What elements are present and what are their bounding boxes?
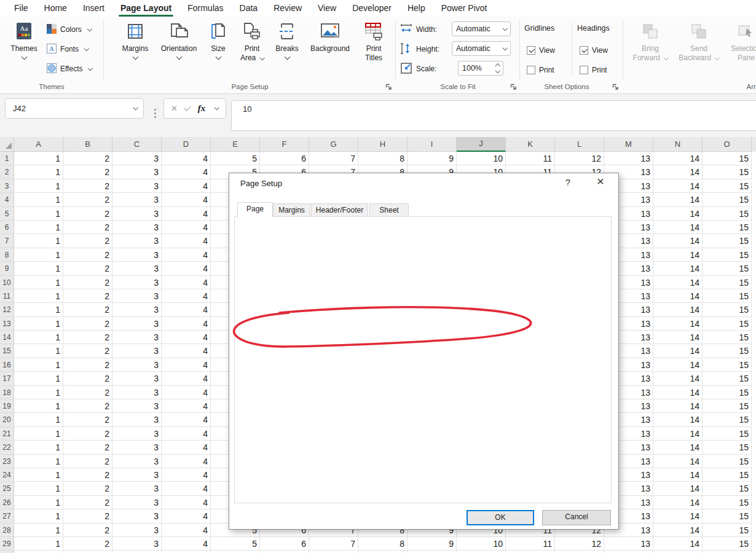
cell-N10[interactable]: 14: [653, 276, 703, 289]
cell-O4[interactable]: 15: [703, 193, 752, 206]
cell-O17[interactable]: 15: [703, 372, 752, 385]
ok-button[interactable]: OK: [467, 510, 534, 525]
cell-C13[interactable]: 3: [112, 317, 162, 331]
cell-B23[interactable]: 2: [63, 455, 112, 468]
column-header-N[interactable]: N: [653, 137, 703, 152]
cell-C16[interactable]: 3: [112, 358, 162, 372]
row-header-22[interactable]: 22: [0, 441, 14, 454]
cell-C12[interactable]: 3: [112, 303, 162, 316]
cell-A16[interactable]: 1: [14, 358, 63, 372]
cell-D23[interactable]: 4: [162, 455, 211, 468]
cell-D15[interactable]: 4: [162, 344, 211, 358]
cell-N18[interactable]: 14: [653, 386, 703, 399]
cell-G30[interactable]: 7: [309, 551, 358, 553]
size-button[interactable]: Size: [204, 18, 232, 59]
cell-B13[interactable]: 2: [63, 317, 112, 331]
cell-C22[interactable]: 3: [112, 441, 162, 454]
menu-tab-power-pivot[interactable]: Power Pivot: [433, 0, 495, 17]
cell-D3[interactable]: 4: [162, 179, 211, 193]
row-header-7[interactable]: 7: [0, 234, 14, 248]
row-header-12[interactable]: 12: [0, 303, 14, 316]
cell-D28[interactable]: 4: [162, 524, 211, 537]
cell-A8[interactable]: 1: [14, 248, 63, 262]
cell-C18[interactable]: 3: [112, 386, 162, 399]
cell-G1[interactable]: 7: [309, 152, 358, 165]
cell-C20[interactable]: 3: [112, 413, 162, 426]
cell-D30[interactable]: 4: [162, 551, 211, 553]
cell-N9[interactable]: 14: [653, 262, 703, 275]
cell-O30[interactable]: 15: [703, 551, 752, 553]
menu-tab-help[interactable]: Help: [400, 0, 433, 17]
cell-C30[interactable]: 3: [112, 551, 162, 553]
row-header-27[interactable]: 27: [0, 509, 14, 523]
cell-A14[interactable]: 1: [14, 331, 63, 344]
cell-N28[interactable]: 14: [653, 524, 703, 537]
cell-D17[interactable]: 4: [162, 372, 211, 385]
cell-N20[interactable]: 14: [653, 413, 703, 426]
cell-N16[interactable]: 14: [653, 358, 703, 372]
selection-pane-button[interactable]: Selection Pane: [725, 18, 756, 63]
cell-G29[interactable]: 7: [309, 537, 358, 551]
cell-N26[interactable]: 14: [653, 496, 703, 509]
cell-N7[interactable]: 14: [653, 234, 703, 248]
cell-B26[interactable]: 2: [63, 496, 112, 509]
cell-A30[interactable]: 1: [14, 551, 63, 553]
cell-B4[interactable]: 2: [63, 193, 112, 206]
row-header-2[interactable]: 2: [0, 165, 14, 179]
gridlines-print-checkbox[interactable]: [527, 66, 535, 74]
menu-tab-file[interactable]: File: [6, 0, 36, 17]
menu-tab-review[interactable]: Review: [266, 0, 310, 17]
menu-tab-insert[interactable]: Insert: [75, 0, 112, 17]
cell-J30[interactable]: 10: [457, 551, 506, 553]
themes-button[interactable]: Aa Themes: [5, 18, 43, 59]
cell-N6[interactable]: 14: [653, 221, 703, 234]
cell-B21[interactable]: 2: [63, 427, 112, 441]
row-header-20[interactable]: 20: [0, 413, 14, 426]
row-header-16[interactable]: 16: [0, 358, 14, 372]
cell-F30[interactable]: 6: [260, 551, 309, 553]
cell-B29[interactable]: 2: [63, 537, 112, 551]
select-all-corner[interactable]: [0, 137, 14, 152]
sheet-options-dialog-launcher[interactable]: [612, 82, 620, 90]
cell-N19[interactable]: 14: [653, 399, 703, 413]
tab-margins[interactable]: Margins: [273, 203, 310, 217]
cell-D7[interactable]: 4: [162, 234, 211, 248]
row-header-25[interactable]: 25: [0, 482, 14, 495]
cell-B30[interactable]: 2: [63, 551, 112, 553]
cell-C26[interactable]: 3: [112, 496, 162, 509]
cell-K30[interactable]: 11: [506, 551, 555, 553]
cell-N11[interactable]: 14: [653, 289, 703, 303]
cell-N4[interactable]: 14: [653, 193, 703, 206]
scale-to-fit-dialog-launcher[interactable]: [510, 82, 518, 90]
cell-C9[interactable]: 3: [112, 262, 162, 275]
cell-A29[interactable]: 1: [14, 537, 63, 551]
cell-C10[interactable]: 3: [112, 276, 162, 289]
cell-C8[interactable]: 3: [112, 248, 162, 262]
cell-D2[interactable]: 4: [162, 165, 211, 179]
cell-A6[interactable]: 1: [14, 221, 63, 234]
page-setup-dialog-launcher[interactable]: [385, 82, 393, 90]
cell-B8[interactable]: 2: [63, 248, 112, 262]
height-dropdown[interactable]: Automatic: [452, 41, 511, 56]
column-header-G[interactable]: G: [309, 137, 358, 152]
cell-B14[interactable]: 2: [63, 331, 112, 344]
cell-C6[interactable]: 3: [112, 221, 162, 234]
cell-C15[interactable]: 3: [112, 344, 162, 358]
cell-D16[interactable]: 4: [162, 358, 211, 372]
cell-C1[interactable]: 3: [112, 152, 162, 165]
cell-C24[interactable]: 3: [112, 468, 162, 482]
name-box[interactable]: J42: [5, 98, 144, 119]
cell-L30[interactable]: 12: [555, 551, 604, 553]
cell-D21[interactable]: 4: [162, 427, 211, 441]
cell-B27[interactable]: 2: [63, 509, 112, 523]
cell-A17[interactable]: 1: [14, 372, 63, 385]
cell-I30[interactable]: 9: [408, 551, 457, 553]
column-header-C[interactable]: C: [112, 137, 162, 152]
cell-O9[interactable]: 15: [703, 262, 752, 275]
cell-O24[interactable]: 15: [703, 468, 752, 482]
cell-D18[interactable]: 4: [162, 386, 211, 399]
cell-D24[interactable]: 4: [162, 468, 211, 482]
cell-D6[interactable]: 4: [162, 221, 211, 234]
cell-E30[interactable]: 5: [211, 551, 260, 553]
column-header-B[interactable]: B: [63, 137, 112, 152]
